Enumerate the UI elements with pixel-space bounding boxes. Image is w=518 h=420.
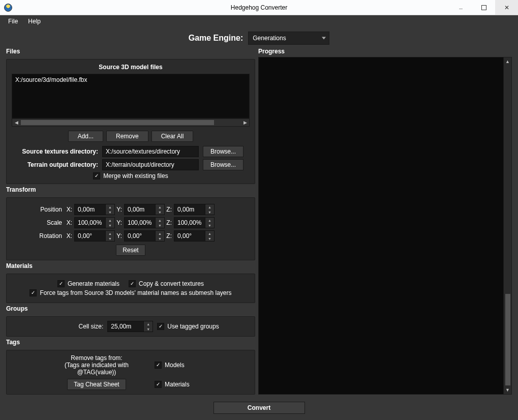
window-title: Hedgehog Converter [0, 4, 518, 11]
merge-checkbox[interactable] [93, 172, 100, 179]
progress-output: ▲ ▼ [258, 57, 512, 395]
position-label: Position [12, 206, 65, 213]
scale-y-input[interactable]: 100,00%▲▼ [124, 217, 165, 228]
gen-materials-checkbox[interactable] [57, 280, 65, 287]
progress-vscroll[interactable]: ▲ ▼ [503, 57, 511, 394]
rot-x-label: X: [65, 232, 74, 239]
scale-x-input[interactable]: 100,00%▲▼ [74, 217, 115, 228]
menu-file[interactable]: File [4, 17, 22, 26]
rotation-label: Rotation [12, 232, 65, 239]
textures-label: Source textures directory: [12, 148, 98, 155]
textures-input[interactable] [102, 146, 199, 157]
engine-combo[interactable]: Generations [248, 32, 329, 45]
tags-materials-label: Materials [165, 381, 190, 388]
scroll-right-icon[interactable]: ▶ [241, 120, 249, 125]
chevron-down-icon [322, 37, 326, 40]
rot-z-input[interactable]: 0,00°▲▼ [174, 230, 215, 242]
engine-label: Game Engine: [189, 34, 243, 43]
reset-button[interactable]: Reset [116, 245, 145, 256]
file-list-hscroll[interactable]: ◀ ▶ [12, 118, 250, 127]
output-input[interactable] [102, 159, 199, 170]
pos-y-label: Y: [115, 206, 124, 213]
vscroll-thumb[interactable] [505, 294, 510, 385]
tags-models-checkbox[interactable] [155, 362, 162, 369]
titlebar: Hedgehog Converter _ ✕ [0, 0, 518, 15]
menubar: File Help [0, 15, 518, 27]
files-section-title: Files [6, 48, 255, 55]
gen-materials-label: Generate materials [68, 280, 119, 287]
file-list[interactable]: X:/source/3d/model/file.fbx [12, 74, 250, 118]
cell-size-label: Cell size: [42, 323, 103, 330]
file-list-item[interactable]: X:/source/3d/model/file.fbx [15, 76, 246, 83]
materials-panel: Generate materials Copy & convert textur… [6, 274, 255, 303]
rot-y-label: Y: [115, 232, 124, 239]
engine-value: Generations [253, 35, 286, 42]
tag-cheat-sheet-button[interactable]: Tag Cheat Sheet [67, 379, 126, 390]
materials-section-title: Materials [6, 262, 255, 269]
tags-materials-checkbox[interactable] [155, 381, 162, 388]
rot-y-input[interactable]: 0,00°▲▼ [124, 230, 165, 242]
tagged-groups-label: Use tagged groups [167, 323, 219, 330]
engine-row: Game Engine: Generations [0, 27, 518, 48]
scroll-up-icon[interactable]: ▲ [504, 57, 511, 66]
transform-panel: Position X: 0,00m▲▼ Y: 0,00m▲▼ Z: 0,00m▲… [6, 197, 255, 260]
hscroll-thumb[interactable] [21, 120, 214, 125]
copy-textures-checkbox[interactable] [129, 280, 136, 287]
tags-models-label: Models [165, 362, 185, 369]
force-tags-checkbox[interactable] [29, 289, 37, 296]
pos-x-input[interactable]: 0,00m▲▼ [74, 204, 115, 215]
merge-label: Merge with existing files [103, 172, 168, 179]
scroll-down-icon[interactable]: ▼ [504, 386, 511, 394]
textures-browse-button[interactable]: Browse... [203, 146, 243, 157]
scroll-left-icon[interactable]: ◀ [12, 120, 20, 125]
force-tags-label: Force tags from Source 3D models' materi… [40, 289, 231, 296]
tags-section-title: Tags [6, 339, 255, 346]
files-heading: Source 3D model files [12, 64, 250, 71]
files-panel: Source 3D model files X:/source/3d/model… [6, 59, 255, 184]
convert-button[interactable]: Convert [214, 402, 305, 414]
output-browse-button[interactable]: Browse... [203, 159, 243, 170]
menu-help[interactable]: Help [24, 17, 45, 26]
pos-x-label: X: [65, 206, 74, 213]
scale-z-label: Z: [165, 219, 174, 226]
add-button[interactable]: Add... [68, 131, 103, 142]
remove-button[interactable]: Remove [106, 131, 148, 142]
pos-z-label: Z: [165, 206, 174, 213]
cell-size-input[interactable]: 25,00m▲▼ [107, 321, 153, 332]
pos-z-input[interactable]: 0,00m▲▼ [174, 204, 215, 215]
tags-panel: Remove tags from: (Tags are indicated wi… [6, 350, 255, 395]
scale-label: Scale [12, 219, 65, 226]
groups-panel: Cell size: 25,00m▲▼ Use tagged groups [6, 316, 255, 337]
rot-x-input[interactable]: 0,00°▲▼ [74, 230, 115, 242]
tagged-groups-checkbox[interactable] [157, 323, 164, 330]
copy-textures-label: Copy & convert textures [139, 280, 204, 287]
tags-hint: Remove tags from: (Tags are indicated wi… [46, 354, 147, 376]
scale-x-label: X: [65, 219, 74, 226]
clear-button[interactable]: Clear All [151, 131, 194, 142]
scale-z-input[interactable]: 100,00%▲▼ [174, 217, 215, 228]
rot-z-label: Z: [165, 232, 174, 239]
output-label: Terrain output directory: [12, 161, 98, 168]
transform-section-title: Transform [6, 186, 255, 193]
groups-section-title: Groups [6, 305, 255, 312]
pos-y-input[interactable]: 0,00m▲▼ [124, 204, 165, 215]
scale-y-label: Y: [115, 219, 124, 226]
progress-section-title: Progress [258, 48, 512, 55]
